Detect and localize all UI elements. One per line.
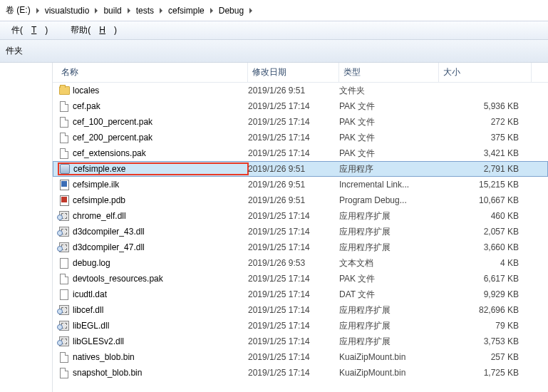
breadcrumb-item[interactable]: cefsimple bbox=[165, 4, 207, 17]
file-type: 应用程序扩展 bbox=[339, 320, 439, 332]
breadcrumb-bar[interactable]: 卷 (E:)visualstudiobuildtestscefsimpleDeb… bbox=[0, 0, 548, 21]
doc-icon bbox=[58, 100, 70, 112]
file-size: 15,215 KB bbox=[439, 180, 524, 190]
file-name-cell: cefsimple.ilk bbox=[58, 179, 248, 190]
file-type: PAK 文件 bbox=[339, 100, 439, 113]
file-type: PAK 文件 bbox=[339, 132, 439, 144]
section-label: 件夹 bbox=[6, 45, 23, 57]
file-row[interactable]: cef_100_percent.pak2019/1/25 17:14PAK 文件… bbox=[53, 114, 548, 130]
pdb-icon bbox=[58, 195, 70, 206]
dll-icon bbox=[58, 320, 70, 331]
file-size: 2,057 KB bbox=[439, 227, 524, 237]
file-size: 9,929 KB bbox=[439, 289, 524, 299]
file-size: 5,936 KB bbox=[439, 101, 524, 111]
file-row[interactable]: chrome_elf.dll2019/1/25 17:14应用程序扩展460 K… bbox=[53, 208, 548, 224]
breadcrumb-item[interactable]: tests bbox=[133, 4, 157, 17]
file-name-cell: libEGL.dll bbox=[58, 320, 248, 331]
ilk-icon bbox=[58, 179, 70, 190]
chevron-right-icon[interactable] bbox=[33, 8, 42, 14]
file-name-label: cef.pak bbox=[73, 101, 100, 111]
file-type: 文件夹 bbox=[339, 85, 439, 97]
file-row[interactable]: cef_extensions.pak2019/1/25 17:14PAK 文件3… bbox=[53, 145, 548, 161]
file-row[interactable]: cefsimple.exe2019/1/26 9:51应用程序2,791 KB bbox=[53, 161, 548, 177]
file-type: 文本文档 bbox=[339, 257, 439, 269]
chevron-right-icon[interactable] bbox=[125, 8, 133, 14]
col-type[interactable]: 类型 bbox=[339, 63, 439, 82]
file-size: 257 KB bbox=[439, 352, 524, 362]
file-row[interactable]: cefsimple.ilk2019/1/26 9:51Incremental L… bbox=[53, 177, 548, 192]
file-name-cell: cef_200_percent.pak bbox=[58, 132, 248, 143]
file-name-cell: d3dcompiler_47.dll bbox=[58, 242, 248, 253]
file-date: 2019/1/26 9:53 bbox=[248, 258, 339, 268]
file-row[interactable]: cefsimple.pdb2019/1/26 9:51Program Debug… bbox=[53, 192, 548, 208]
breadcrumb-item[interactable]: Debug bbox=[216, 4, 247, 17]
column-headers: 名称 修改日期 类型 大小 bbox=[53, 63, 548, 83]
file-row[interactable]: d3dcompiler_47.dll2019/1/25 17:14应用程序扩展3… bbox=[53, 239, 548, 255]
file-date: 2019/1/25 17:14 bbox=[248, 274, 339, 284]
chevron-right-icon[interactable] bbox=[92, 8, 100, 14]
breadcrumb-item[interactable]: build bbox=[100, 4, 124, 17]
file-type: KuaiZipMount.bin bbox=[339, 352, 439, 362]
file-type: 应用程序扩展 bbox=[339, 210, 439, 222]
file-row[interactable]: libEGL.dll2019/1/25 17:14应用程序扩展79 KB bbox=[53, 318, 548, 334]
chevron-right-icon[interactable] bbox=[207, 8, 216, 14]
nav-sidebar[interactable] bbox=[0, 63, 53, 392]
doc-icon bbox=[58, 367, 70, 378]
menu-bar: 件(T) 帮助(H) bbox=[0, 21, 548, 40]
section-bar: 件夹 bbox=[0, 40, 548, 63]
file-row[interactable]: cef_200_percent.pak2019/1/25 17:14PAK 文件… bbox=[53, 130, 548, 145]
file-name-cell: cef.pak bbox=[58, 100, 248, 112]
file-list: 名称 修改日期 类型 大小 locales2019/1/26 9:51文件夹ce… bbox=[53, 63, 548, 392]
file-date: 2019/1/26 9:51 bbox=[248, 195, 339, 205]
main-area: 名称 修改日期 类型 大小 locales2019/1/26 9:51文件夹ce… bbox=[0, 63, 548, 392]
file-row[interactable]: libGLESv2.dll2019/1/25 17:14应用程序扩展3,753 … bbox=[53, 334, 548, 349]
file-size: 375 KB bbox=[439, 133, 524, 143]
breadcrumb-item[interactable]: visualstudio bbox=[42, 4, 93, 17]
col-name[interactable]: 名称 bbox=[57, 63, 248, 82]
file-row[interactable]: snapshot_blob.bin2019/1/25 17:14KuaiZipM… bbox=[53, 365, 548, 381]
doc-icon bbox=[58, 351, 70, 363]
file-type: 应用程序扩展 bbox=[339, 226, 439, 238]
file-name-cell: devtools_resources.pak bbox=[58, 273, 248, 284]
file-date: 2019/1/25 17:14 bbox=[248, 133, 339, 143]
file-row[interactable]: icudtl.dat2019/1/25 17:14DAT 文件9,929 KB bbox=[53, 287, 548, 302]
dat-icon bbox=[58, 289, 70, 300]
file-date: 2019/1/25 17:14 bbox=[248, 305, 339, 315]
chevron-right-icon[interactable] bbox=[247, 8, 255, 14]
file-type: PAK 文件 bbox=[339, 273, 439, 285]
file-name-cell: cef_100_percent.pak bbox=[58, 116, 248, 128]
file-type: Program Debug... bbox=[339, 195, 439, 205]
file-name-cell: chrome_elf.dll bbox=[58, 210, 248, 222]
file-name-label: cefsimple.pdb bbox=[73, 195, 125, 205]
file-row[interactable]: d3dcompiler_43.dll2019/1/25 17:14应用程序扩展2… bbox=[53, 224, 548, 239]
col-size[interactable]: 大小 bbox=[439, 63, 532, 82]
file-name-label: cef_100_percent.pak bbox=[73, 117, 152, 127]
file-name-label: cef_extensions.pak bbox=[73, 148, 146, 158]
file-date: 2019/1/26 9:51 bbox=[248, 164, 339, 174]
file-size: 2,791 KB bbox=[439, 164, 524, 174]
doc-icon bbox=[58, 148, 70, 159]
breadcrumb-item[interactable]: 卷 (E:) bbox=[3, 3, 33, 18]
file-name-cell: libcef.dll bbox=[58, 304, 248, 316]
file-row[interactable]: debug.log2019/1/26 9:53文本文档4 KB bbox=[53, 255, 548, 271]
file-row[interactable]: cef.pak2019/1/25 17:14PAK 文件5,936 KB bbox=[53, 98, 548, 114]
file-type: 应用程序扩展 bbox=[339, 304, 439, 316]
file-row[interactable]: devtools_resources.pak2019/1/25 17:14PAK… bbox=[53, 271, 548, 287]
file-type: PAK 文件 bbox=[339, 148, 439, 160]
file-row[interactable]: libcef.dll2019/1/25 17:14应用程序扩展82,696 KB bbox=[53, 302, 548, 318]
file-date: 2019/1/25 17:14 bbox=[248, 352, 339, 362]
menu-tools[interactable]: 件(T) bbox=[3, 23, 56, 38]
col-date[interactable]: 修改日期 bbox=[248, 63, 339, 82]
file-date: 2019/1/25 17:14 bbox=[248, 101, 339, 111]
file-name-label: cefsimple.exe bbox=[73, 164, 125, 174]
chevron-right-icon[interactable] bbox=[157, 8, 165, 14]
file-row[interactable]: locales2019/1/26 9:51文件夹 bbox=[53, 83, 548, 98]
file-date: 2019/1/25 17:14 bbox=[248, 117, 339, 127]
file-row[interactable]: natives_blob.bin2019/1/25 17:14KuaiZipMo… bbox=[53, 349, 548, 365]
file-size: 460 KB bbox=[439, 211, 524, 221]
file-size: 82,696 KB bbox=[439, 305, 524, 315]
menu-help[interactable]: 帮助(H) bbox=[62, 23, 125, 38]
file-date: 2019/1/25 17:14 bbox=[248, 242, 339, 252]
file-date: 2019/1/25 17:14 bbox=[248, 321, 339, 331]
file-date: 2019/1/25 17:14 bbox=[248, 289, 339, 299]
